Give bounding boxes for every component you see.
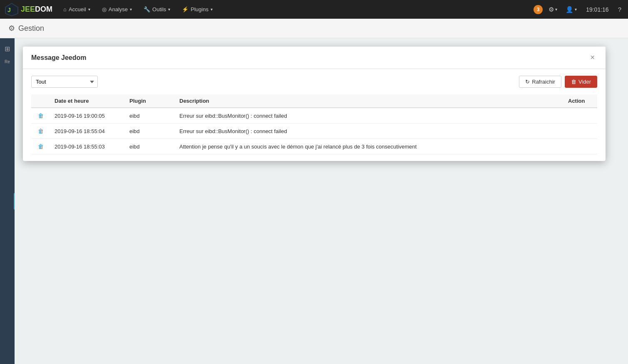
- plugins-icon: ⚡: [182, 6, 189, 12]
- refresh-icon: ↻: [525, 79, 530, 85]
- settings-icon[interactable]: ⚙ ▾: [546, 4, 560, 15]
- svg-text:J: J: [7, 7, 11, 13]
- modal-overlay: Message Jeedom × Tout eibd ↻: [23, 47, 620, 161]
- modal-title: Message Jeedom: [31, 54, 87, 62]
- notification-badge[interactable]: 3: [534, 5, 543, 14]
- col-header-date: Date et heure: [50, 94, 125, 108]
- analyse-icon: ◎: [102, 6, 107, 12]
- row2-delete-cell: 🗑: [31, 124, 50, 139]
- accueil-caret: ▾: [88, 7, 90, 12]
- refresh-label: Rafraichir: [532, 79, 555, 85]
- nav-outils[interactable]: 🔧 Outils ▾: [139, 4, 175, 15]
- nav-outils-label: Outils: [152, 6, 166, 12]
- row3-delete-cell: 🗑: [31, 139, 50, 154]
- col-header-action-right: Action: [564, 94, 597, 108]
- home-icon: ⌂: [63, 6, 67, 12]
- nav-accueil[interactable]: ⌂ Accueil ▾: [58, 4, 95, 15]
- filter-select[interactable]: Tout eibd: [31, 76, 98, 88]
- table-row: 🗑 2019-09-16 19:00:05 eibd Erreur sur ei…: [31, 108, 597, 124]
- navbar: J JEEDOM ⌂ Accueil ▾ ◎ Analyse ▾ 🔧 Outil…: [0, 0, 628, 19]
- user-icon[interactable]: 👤 ▾: [563, 4, 579, 15]
- filter-row: Tout eibd ↻ Rafraichir 🗑 Vider: [31, 76, 597, 88]
- col-header-action: [31, 94, 50, 108]
- row2-plugin: eibd: [125, 124, 175, 139]
- col-header-description: Description: [175, 94, 564, 108]
- row3-action: [564, 139, 597, 154]
- nav-analyse[interactable]: ◎ Analyse ▾: [97, 4, 137, 15]
- brand-name: JEEDOM: [21, 5, 52, 14]
- row3-description: Attention je pense qu'il y a un soucis a…: [175, 139, 564, 154]
- sidebar-grid-icon[interactable]: ⊞: [0, 42, 15, 55]
- nav-accueil-label: Accueil: [69, 6, 86, 12]
- row3-plugin: eibd: [125, 139, 175, 154]
- row1-action: [564, 108, 597, 124]
- row2-date: 2019-09-16 18:55:04: [50, 124, 125, 139]
- table-header-row: Date et heure Plugin Description Action: [31, 94, 597, 108]
- outils-caret: ▾: [168, 7, 170, 12]
- layout: ⊞ Re Message Jeedom × Tout eibd: [0, 38, 628, 364]
- row3-date: 2019-09-16 18:55:03: [50, 139, 125, 154]
- table-row: 🗑 2019-09-16 18:55:03 eibd Attention je …: [31, 139, 597, 154]
- row2-description: Erreur sur eibd::BusMonitor() : connect …: [175, 124, 564, 139]
- trash-icon: 🗑: [571, 79, 576, 85]
- nav-plugins[interactable]: ⚡ Plugins ▾: [177, 4, 218, 15]
- main-content: Message Jeedom × Tout eibd ↻: [15, 38, 628, 364]
- brand: J JEEDOM: [4, 2, 52, 17]
- modal-header: Message Jeedom ×: [23, 47, 606, 69]
- table-body: 🗑 2019-09-16 19:00:05 eibd Erreur sur ei…: [31, 108, 597, 154]
- help-icon[interactable]: ?: [616, 4, 624, 15]
- nav-analyse-label: Analyse: [109, 6, 128, 12]
- row1-description: Erreur sur eibd::BusMonitor() : connect …: [175, 108, 564, 124]
- analyse-caret: ▾: [130, 7, 132, 12]
- table-head: Date et heure Plugin Description Action: [31, 94, 597, 108]
- page-title: Gestion: [18, 24, 44, 33]
- row1-date: 2019-09-16 19:00:05: [50, 108, 125, 124]
- modal-close-button[interactable]: ×: [588, 52, 597, 63]
- row2-action: [564, 124, 597, 139]
- action-buttons: ↻ Rafraichir 🗑 Vider: [519, 76, 597, 88]
- row2-delete-button[interactable]: 🗑: [35, 127, 46, 135]
- message-table: Date et heure Plugin Description Action …: [31, 94, 597, 154]
- row1-delete-cell: 🗑: [31, 108, 50, 124]
- row3-delete-button[interactable]: 🗑: [35, 142, 46, 151]
- page-gear-icon: ⚙: [8, 24, 15, 33]
- wrench-icon: 🔧: [144, 6, 150, 12]
- sidebar-re-label[interactable]: Re: [4, 59, 11, 65]
- time-display: 19:01:16: [583, 6, 612, 13]
- refresh-button[interactable]: ↻ Rafraichir: [519, 76, 561, 88]
- table-row: 🗑 2019-09-16 18:55:04 eibd Erreur sur ei…: [31, 124, 597, 139]
- page-header: ⚙ Gestion: [0, 19, 628, 38]
- plugins-caret: ▾: [211, 7, 213, 12]
- navbar-right: 3 ⚙ ▾ 👤 ▾ 19:01:16 ?: [534, 4, 624, 15]
- vider-button[interactable]: 🗑 Vider: [565, 76, 597, 88]
- col-header-plugin: Plugin: [125, 94, 175, 108]
- row1-delete-button[interactable]: 🗑: [35, 111, 46, 120]
- vider-label: Vider: [578, 79, 591, 85]
- nav-plugins-label: Plugins: [191, 6, 209, 12]
- brand-logo: J: [4, 2, 19, 17]
- modal: Message Jeedom × Tout eibd ↻: [23, 47, 606, 161]
- row1-plugin: eibd: [125, 108, 175, 124]
- sidebar: ⊞ Re: [0, 38, 15, 364]
- modal-body: Tout eibd ↻ Rafraichir 🗑 Vider: [23, 69, 606, 161]
